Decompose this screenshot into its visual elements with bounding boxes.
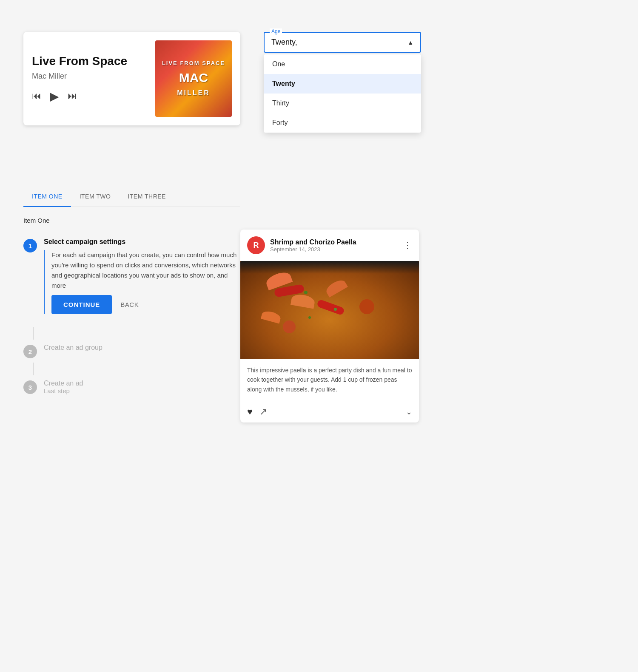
step-connector-2-3: [33, 363, 34, 375]
age-select-box[interactable]: Age Twenty, ▲: [264, 32, 421, 53]
tabs-list: ITEM ONE ITEM TWO ITEM THREE: [23, 187, 240, 207]
recipe-title: Shrimp and Chorizo Paella: [270, 238, 398, 246]
heart-button[interactable]: ♥: [247, 406, 253, 417]
step-3-subtitle: Last step: [44, 387, 240, 394]
step-3: 3 Create an ad Last step: [23, 380, 240, 394]
tab-item-one[interactable]: ITEM ONE: [23, 187, 71, 207]
share-button[interactable]: ↗: [259, 406, 267, 417]
expand-button[interactable]: ⌄: [406, 407, 412, 417]
step-1-circle: 1: [23, 239, 37, 252]
dropdown-item-twenty[interactable]: Twenty: [264, 74, 421, 94]
tabs-section: ITEM ONE ITEM TWO ITEM THREE: [23, 187, 240, 207]
player-controls: ⏮ ▶ ⏭: [32, 89, 147, 103]
tab-item-three[interactable]: ITEM THREE: [119, 187, 174, 207]
player-info: Live From Space Mac Miller ⏮ ▶ ⏭: [32, 54, 147, 103]
dropdown-item-one[interactable]: One: [264, 54, 421, 74]
tab-content-label: Item One: [23, 217, 50, 224]
recipe-card: R Shrimp and Chorizo Paella September 14…: [240, 230, 419, 422]
age-dropdown-wrapper: Age Twenty, ▲ One Twenty Thirty Forty: [264, 32, 421, 133]
step-1-actions: CONTINUE BACK: [51, 295, 240, 314]
step-3-content: Create an ad Last step: [44, 380, 240, 394]
step-connector-1-2: [33, 327, 34, 340]
recipe-date: September 14, 2023: [270, 246, 398, 252]
age-label: Age: [270, 28, 282, 34]
step-1-content: Select campaign settings For each ad cam…: [44, 238, 240, 323]
step-2-title: Create an ad group: [44, 344, 240, 352]
recipe-header: R Shrimp and Chorizo Paella September 14…: [240, 230, 419, 261]
stepper-section: 1 Select campaign settings For each ad c…: [23, 238, 240, 399]
step-2-circle: 2: [23, 345, 37, 358]
recipe-avatar: R: [247, 236, 265, 254]
step-1-body: For each ad campaign that you create, yo…: [44, 250, 240, 314]
music-player: Live From Space Mac Miller ⏮ ▶ ⏭ LIVE FR…: [23, 32, 240, 125]
age-dropdown-menu: One Twenty Thirty Forty: [264, 54, 421, 133]
dropdown-item-thirty[interactable]: Thirty: [264, 94, 421, 113]
album-art-text: LIVE FROM SPACE MAC MILLER: [160, 57, 227, 100]
play-button[interactable]: ▶: [50, 89, 59, 103]
next-button[interactable]: ⏭: [68, 91, 77, 102]
step-1: 1 Select campaign settings For each ad c…: [23, 238, 240, 323]
back-button[interactable]: BACK: [120, 301, 139, 308]
recipe-meta: Shrimp and Chorizo Paella September 14, …: [270, 238, 398, 252]
dropdown-item-forty[interactable]: Forty: [264, 113, 421, 133]
age-selected-value: Twenty,: [271, 38, 297, 47]
recipe-menu-button[interactable]: ⋮: [403, 240, 412, 250]
step-3-circle: 3: [23, 380, 37, 394]
paella-visual: [240, 261, 419, 359]
continue-button[interactable]: CONTINUE: [51, 295, 112, 314]
prev-button[interactable]: ⏮: [32, 91, 41, 102]
step-3-title: Create an ad: [44, 380, 240, 387]
player-artist: Mac Miller: [32, 72, 147, 81]
album-art: LIVE FROM SPACE MAC MILLER: [155, 40, 232, 117]
recipe-body: This impressive paella is a perfect part…: [240, 359, 419, 401]
step-2: 2 Create an ad group: [23, 344, 240, 358]
player-title: Live From Space: [32, 54, 147, 68]
recipe-image: [240, 261, 419, 359]
tab-item-two[interactable]: ITEM TWO: [71, 187, 120, 207]
step-1-title: Select campaign settings: [44, 238, 240, 246]
step-2-content: Create an ad group: [44, 344, 240, 352]
chevron-up-icon: ▲: [407, 39, 413, 46]
recipe-footer: ♥ ↗ ⌄: [240, 401, 419, 422]
